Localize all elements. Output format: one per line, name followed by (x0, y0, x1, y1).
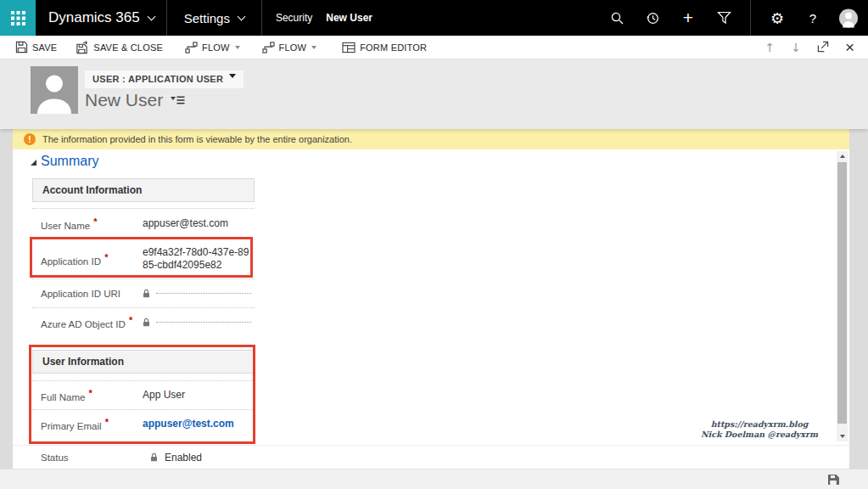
field-row-user-name: User Name * appuser@test.com (32, 208, 255, 239)
create-plus-icon[interactable]: + (679, 8, 697, 27)
record-avatar (31, 66, 78, 114)
filter-funnel-icon[interactable] (714, 8, 733, 27)
status-label: Status (41, 452, 150, 463)
next-record-down-icon[interactable]: ↓ (791, 41, 801, 54)
save-close-icon (76, 41, 89, 54)
breadcrumb-security[interactable]: Security (276, 12, 312, 24)
area-name: Settings (184, 11, 230, 25)
field-row-application-id-uri: Application ID URI (32, 278, 255, 307)
chevron-down-icon (147, 13, 155, 21)
full-name-label: Full Name * (41, 388, 143, 402)
close-icon[interactable]: × (845, 41, 854, 54)
watermark-line2: Nick Doelman @readyxrm (683, 430, 836, 440)
form-switcher-icon[interactable] (171, 94, 185, 110)
primary-email-value[interactable]: appuser@test.com (143, 418, 251, 430)
triangle-down-icon (840, 435, 845, 438)
chevron-down-icon (235, 46, 240, 49)
user-information-header: User Information (32, 350, 255, 374)
notification-text: The information provided in this form is… (42, 134, 352, 144)
settings-gear-icon[interactable]: ⚙ (768, 8, 787, 27)
scrollbar-thumb[interactable] (837, 162, 847, 424)
flow-button-2[interactable]: FLOW (262, 42, 317, 53)
waffle-icon (11, 11, 25, 25)
azure-ad-object-id-value (143, 318, 251, 327)
record-type-selector[interactable]: USER : APPLICATION USER (85, 70, 244, 88)
lock-icon (143, 289, 150, 298)
field-row-azure-ad-object-id: Azure AD Object ID * (32, 307, 255, 336)
save-icon (15, 41, 28, 53)
app-launcher-waffle-icon[interactable] (0, 0, 36, 36)
top-navbar: Dynamics 365 Settings Security New User … (0, 0, 868, 36)
record-type-label: USER : APPLICATION USER (92, 74, 223, 84)
breadcrumb-new-user[interactable]: New User (326, 12, 372, 24)
navbar-right-icons: + ⚙ ? (608, 0, 868, 36)
empty-field-line (156, 293, 251, 294)
field-row-full-name: Full Name * App User (32, 380, 255, 409)
flow-button-1[interactable]: FLOW (185, 42, 240, 53)
flow-label: FLOW (202, 42, 230, 53)
required-icon: * (89, 388, 92, 398)
flow-icon (262, 42, 275, 53)
popout-icon[interactable] (817, 41, 829, 54)
previous-record-up-icon[interactable]: ↑ (764, 41, 775, 54)
collapse-triangle-icon (31, 160, 36, 166)
account-information-header: Account Information (32, 178, 255, 202)
command-bar-right: ↑ ↓ × (764, 41, 868, 54)
field-row-application-id: Application ID * e9f4a32f-78d0-437e-8985… (32, 239, 255, 278)
warning-icon: ! (24, 133, 36, 145)
help-icon[interactable]: ? (804, 8, 822, 27)
user-name-value[interactable]: appuser@test.com (143, 217, 251, 230)
save-label: SAVE (32, 42, 57, 53)
primary-email-label: Primary Email * (41, 417, 143, 431)
chevron-down-icon (311, 46, 316, 49)
triangle-up-icon (840, 155, 845, 158)
page-title: New User (85, 90, 163, 110)
status-value: Enabled (165, 452, 202, 464)
footer-save-icon[interactable] (827, 474, 839, 489)
status-footer-row: Status Enabled (13, 445, 849, 469)
application-id-value[interactable]: e9f4a32f-78d0-437e-8985-cbdf42095e82 (143, 246, 251, 272)
save-button[interactable]: SAVE (15, 41, 57, 53)
form-notification: ! The information provided in this form … (13, 129, 849, 149)
summary-section-label: Summary (41, 154, 98, 169)
record-header: USER : APPLICATION USER New User (0, 59, 868, 129)
form-editor-button[interactable]: FORM EDITOR (342, 42, 427, 53)
vertical-scrollbar[interactable] (837, 151, 848, 441)
recent-history-icon[interactable] (643, 8, 662, 27)
watermark: https://readyxrm.blog Nick Doelman @read… (683, 419, 836, 440)
application-id-uri-label: Application ID URI (41, 289, 143, 299)
user-avatar[interactable] (839, 8, 858, 27)
empty-field-line (156, 322, 251, 323)
save-and-close-button[interactable]: SAVE & CLOSE (76, 41, 163, 54)
full-name-value[interactable]: App User (143, 389, 251, 402)
watermark-line1: https://readyxrm.blog (683, 419, 836, 430)
required-icon: * (93, 216, 97, 227)
form-editor-label: FORM EDITOR (360, 42, 427, 53)
scroll-up-button[interactable] (837, 151, 848, 161)
flow-icon (185, 42, 198, 53)
scroll-down-button[interactable] (837, 431, 848, 441)
chevron-down-icon (237, 13, 245, 21)
user-name-label: User Name * (41, 216, 143, 231)
summary-section-header[interactable]: Summary (31, 154, 98, 169)
required-icon: * (105, 417, 109, 427)
required-icon: * (129, 315, 132, 325)
breadcrumb: Security New User (276, 12, 372, 24)
application-id-label: Application ID * (41, 252, 143, 267)
area-menu-settings[interactable]: Settings (179, 11, 249, 25)
azure-ad-object-id-label: Azure AD Object ID * (41, 315, 143, 329)
app-name-menu[interactable]: Dynamics 365 (48, 9, 154, 26)
field-row-primary-email: Primary Email * appuser@test.com (32, 409, 255, 438)
application-id-uri-value (143, 289, 251, 298)
search-icon[interactable] (608, 8, 626, 27)
bottom-bar (0, 469, 868, 489)
flow-label: FLOW (279, 42, 307, 53)
record-title-row: New User (85, 90, 185, 110)
navbar-divider (261, 0, 262, 36)
lock-icon (150, 452, 158, 462)
navbar-divider (166, 0, 167, 36)
chevron-down-icon (229, 74, 236, 78)
save-close-label: SAVE & CLOSE (93, 42, 163, 53)
form-body: Summary Account Information User Name * … (13, 149, 849, 445)
required-icon: * (104, 252, 108, 262)
